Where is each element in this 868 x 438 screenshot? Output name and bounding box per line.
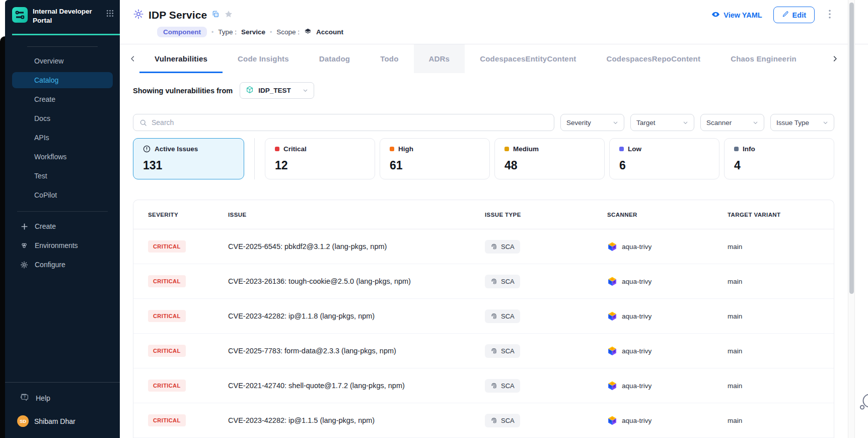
tab-label: CodespacesRepoContent — [606, 54, 700, 63]
card-value: 48 — [504, 159, 595, 172]
user-name: Shibam Dhar — [34, 417, 76, 425]
tab-adrs[interactable]: ADRs — [414, 44, 465, 73]
feedback-widget-icon[interactable] — [858, 392, 868, 414]
issue-type-badge: SCA — [485, 240, 520, 254]
table-row[interactable]: CRITICAL CVE-2023-26136: tough-cookie@2.… — [133, 264, 834, 299]
scanner-label: aqua-trivy — [622, 312, 652, 320]
tabs-scroll-left-icon[interactable] — [126, 53, 139, 65]
sidebar-item-label: Docs — [34, 114, 50, 122]
issue-text: CVE-2021-42740: shell-quote@1.7.2 (lang-… — [228, 382, 485, 390]
issue-type-label: SCA — [501, 417, 515, 424]
aqua-trivy-icon — [607, 381, 617, 391]
sidebar-item-environments[interactable]: Environments — [12, 238, 113, 253]
sidebar: Internal Developer Portal OverviewCatalo… — [5, 0, 120, 438]
filter-severity[interactable]: Severity — [560, 114, 624, 131]
filter-issue-type[interactable]: Issue Type — [770, 114, 834, 131]
card-info[interactable]: Info 4 — [724, 138, 834, 179]
user-menu[interactable]: SD Shibam Dhar — [5, 407, 120, 438]
help-label: Help — [36, 394, 50, 402]
sidebar-item-create[interactable]: Create — [12, 91, 113, 107]
table-row[interactable]: CRITICAL CVE-2021-42740: shell-quote@1.7… — [133, 368, 834, 403]
scrollbar-thumb[interactable] — [849, 3, 854, 294]
issue-type-label: SCA — [501, 382, 515, 390]
target-variant: main — [728, 278, 834, 285]
scope-layers-icon — [304, 28, 312, 37]
scanner-label: aqua-trivy — [622, 278, 652, 285]
help-chat-icon: ? — [20, 393, 29, 403]
issue-type-badge: SCA — [485, 275, 520, 288]
table-row[interactable]: CRITICAL CVE-2025-6545: pbkdf2@3.1.2 (la… — [133, 229, 834, 264]
tab-label: Todo — [380, 54, 398, 63]
svg-text:?: ? — [24, 395, 26, 399]
copy-icon[interactable] — [211, 10, 220, 20]
table-row[interactable]: CRITICAL CVE-2023-42282: ip@1.1.5 (lang-… — [133, 403, 834, 438]
sidebar-item-label: Overview — [34, 57, 63, 65]
desktop-edge — [0, 0, 5, 438]
target-scope-select[interactable]: IDP_TEST — [240, 82, 314, 99]
help-button[interactable]: ? Help — [5, 383, 120, 407]
fingerprint-icon — [490, 312, 497, 320]
search-input[interactable] — [152, 118, 548, 127]
table-row[interactable]: CRITICAL CVE-2023-42282: ip@1.1.8 (lang-… — [133, 299, 834, 334]
card-low[interactable]: Low 6 — [609, 138, 719, 179]
scope-label: Scope : — [276, 28, 300, 36]
entity-header: IDP Service View YAML Edit Component • T… — [120, 0, 868, 37]
sidebar-item-catalog[interactable]: Catalog — [12, 72, 113, 88]
issue-type-label: SCA — [501, 243, 515, 251]
card-value: 131 — [143, 159, 234, 172]
view-yaml-link[interactable]: View YAML — [711, 10, 762, 20]
vulnerabilities-table: SEVERITY ISSUE ISSUE TYPE SCANNER TARGET… — [133, 200, 834, 438]
brand-accent-line — [12, 34, 120, 35]
sidebar-item-copilot[interactable]: CoPilot — [12, 187, 113, 203]
sidebar-item-overview[interactable]: Overview — [12, 53, 113, 69]
tab-chaos-engineerin[interactable]: Chaos Engineerin — [715, 44, 812, 73]
edit-button[interactable]: Edit — [773, 7, 815, 23]
card-value: 12 — [275, 159, 365, 172]
issue-type-label: SCA — [501, 347, 515, 355]
tab-todo[interactable]: Todo — [365, 44, 413, 73]
issue-type-label: SCA — [501, 278, 515, 285]
card-label: Low — [628, 145, 641, 153]
fingerprint-icon — [490, 243, 497, 250]
sidebar-item-configure[interactable]: Configure — [12, 257, 113, 272]
target-variant: main — [728, 417, 834, 424]
entity-meta-row: Component • Type : Service • Scope : Acc… — [157, 27, 834, 37]
filter-scanner[interactable]: Scanner — [700, 114, 764, 131]
divider — [17, 211, 108, 212]
severity-badge: CRITICAL — [148, 345, 186, 357]
sidebar-item-test[interactable]: Test — [12, 168, 113, 184]
card-high[interactable]: High 61 — [380, 138, 490, 179]
filter-target[interactable]: Target — [630, 114, 694, 131]
tab-label: Chaos Engineerin — [731, 54, 797, 63]
tab-vulnerabilities[interactable]: Vulnerabilities — [139, 44, 223, 73]
issue-type-badge: SCA — [485, 344, 520, 358]
severity-badge: CRITICAL — [148, 310, 186, 322]
filter-label: Issue Type — [776, 119, 809, 127]
sidebar-item-create-new[interactable]: Create — [12, 219, 113, 234]
tab-codespacesentitycontent[interactable]: CodespacesEntityContent — [465, 44, 591, 73]
card-critical[interactable]: Critical 12 — [265, 138, 375, 179]
tab-datadog[interactable]: Datadog — [304, 44, 365, 73]
kind-badge: Component — [157, 27, 207, 37]
tab-label: Datadog — [319, 54, 350, 63]
more-options-kebab-icon[interactable] — [826, 9, 834, 22]
issue-text: CVE-2025-6545: pbkdf2@3.1.2 (lang-pkgs, … — [228, 242, 485, 251]
scanner-label: aqua-trivy — [622, 382, 652, 390]
type-value: Service — [241, 28, 265, 36]
card-medium[interactable]: Medium 48 — [494, 138, 605, 179]
plus-icon — [20, 223, 28, 230]
favorite-star-icon[interactable] — [224, 10, 233, 21]
sidebar-nav: OverviewCatalogCreateDocsAPIsWorkflowsTe… — [5, 53, 120, 203]
card-active-issues[interactable]: Active Issues 131 — [133, 138, 244, 179]
apps-grid-icon[interactable] — [106, 10, 114, 19]
sidebar-item-docs[interactable]: Docs — [12, 110, 113, 127]
tab-bar: VulnerabilitiesCode InsightsDatadogTodoA… — [120, 44, 842, 73]
table-row[interactable]: CRITICAL CVE-2025-7783: form-data@2.3.3 … — [133, 334, 834, 368]
sidebar-item-apis[interactable]: APIs — [12, 130, 113, 146]
severity-dot — [734, 147, 739, 151]
tab-codespacesrepocontent[interactable]: CodespacesRepoContent — [591, 44, 715, 73]
tabs-scroll-right-icon[interactable] — [828, 53, 842, 65]
summary-cards: Active Issues 131 Critical 12 High 61 Me… — [133, 138, 834, 179]
sidebar-item-workflows[interactable]: Workflows — [12, 149, 113, 165]
tab-code-insights[interactable]: Code Insights — [223, 44, 304, 73]
